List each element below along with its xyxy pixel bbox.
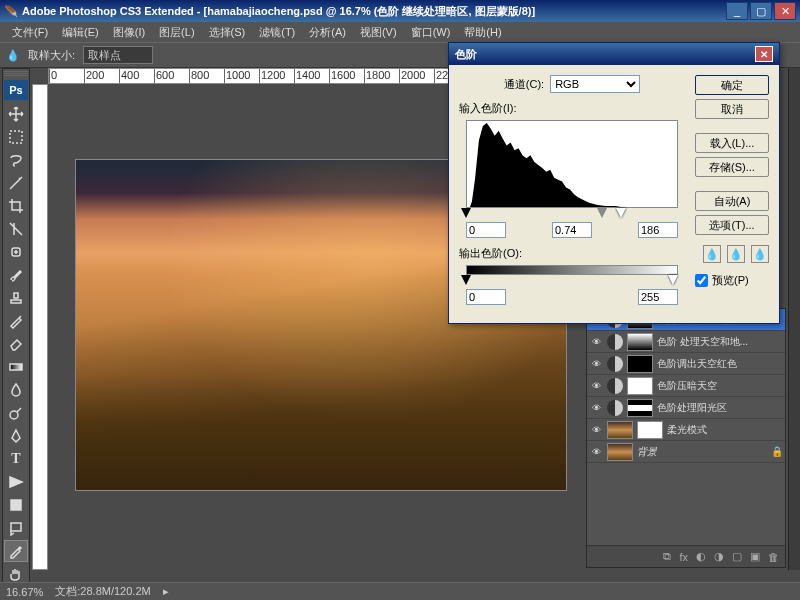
blur-tool[interactable] <box>4 379 28 401</box>
menu-item[interactable]: 窗口(W) <box>405 23 457 42</box>
menu-item[interactable]: 视图(V) <box>354 23 403 42</box>
wand-tool[interactable] <box>4 172 28 194</box>
menu-item[interactable]: 帮助(H) <box>458 23 507 42</box>
midtone-input[interactable] <box>552 222 592 238</box>
auto-button[interactable]: 自动(A) <box>695 191 769 211</box>
toolbox-grip[interactable] <box>4 71 28 77</box>
menu-item[interactable]: 图像(I) <box>107 23 151 42</box>
menu-item[interactable]: 滤镜(T) <box>253 23 301 42</box>
layer-row[interactable]: 👁色阶调出天空红色 <box>587 353 785 375</box>
visibility-icon[interactable]: 👁 <box>589 423 603 437</box>
close-button[interactable]: ✕ <box>774 2 796 20</box>
history-brush-tool[interactable] <box>4 310 28 332</box>
layer-name: 柔光模式 <box>667 423 707 437</box>
type-tool[interactable]: T <box>4 448 28 470</box>
visibility-icon[interactable]: 👁 <box>589 335 603 349</box>
out-shadow-slider[interactable] <box>461 275 471 285</box>
load-button[interactable]: 载入(L)... <box>695 133 769 153</box>
menu-item[interactable]: 编辑(E) <box>56 23 105 42</box>
menu-item[interactable]: 文件(F) <box>6 23 54 42</box>
eyedropper-tool[interactable] <box>4 540 28 562</box>
options-button[interactable]: 选项(T)... <box>695 215 769 235</box>
visibility-icon[interactable]: 👁 <box>589 401 603 415</box>
eraser-tool[interactable] <box>4 333 28 355</box>
slice-tool[interactable] <box>4 218 28 240</box>
menu-item[interactable]: 图层(L) <box>153 23 200 42</box>
out-high-input[interactable] <box>638 289 678 305</box>
app-icon: 🪶 <box>4 5 18 18</box>
levels-dialog: 色阶 ✕ 通道(C): RGB 输入色阶(I): <box>448 42 780 324</box>
layer-row[interactable]: 👁色阶 处理天空和地... <box>587 331 785 353</box>
gradient-tool[interactable] <box>4 356 28 378</box>
gray-eyedropper[interactable]: 💧 <box>727 245 745 263</box>
layer-style-icon[interactable]: fx <box>679 551 688 563</box>
midtone-slider[interactable] <box>597 208 607 218</box>
highlight-slider[interactable] <box>616 208 626 218</box>
save-button[interactable]: 存储(S)... <box>695 157 769 177</box>
menu-item[interactable]: 分析(A) <box>303 23 352 42</box>
visibility-icon[interactable]: 👁 <box>589 379 603 393</box>
dodge-tool[interactable] <box>4 402 28 424</box>
histogram <box>466 120 678 208</box>
path-tool[interactable] <box>4 471 28 493</box>
link-layers-icon[interactable]: ⧉ <box>663 550 671 563</box>
black-eyedropper[interactable]: 💧 <box>703 245 721 263</box>
move-tool[interactable] <box>4 103 28 125</box>
titlebar: 🪶 Adobe Photoshop CS3 Extended - [hamaba… <box>0 0 800 22</box>
doc-size-display: 文档:28.8M/120.2M <box>55 584 150 599</box>
layer-row[interactable]: 👁柔光模式 <box>587 419 785 441</box>
adjustment-icon <box>607 378 623 394</box>
input-slider[interactable] <box>466 208 678 220</box>
statusbar-arrow-icon[interactable]: ▸ <box>163 585 169 598</box>
mask-thumb[interactable] <box>637 421 663 439</box>
group-icon[interactable]: ▢ <box>732 550 742 563</box>
notes-tool[interactable] <box>4 517 28 539</box>
out-highlight-slider[interactable] <box>668 275 678 285</box>
mask-thumb[interactable] <box>627 333 653 351</box>
stamp-tool[interactable] <box>4 287 28 309</box>
crop-tool[interactable] <box>4 195 28 217</box>
white-eyedropper[interactable]: 💧 <box>751 245 769 263</box>
output-slider[interactable] <box>466 275 678 287</box>
svg-rect-4 <box>11 500 21 510</box>
dialog-close-button[interactable]: ✕ <box>755 46 773 62</box>
adjustment-layer-icon[interactable]: ◑ <box>714 550 724 563</box>
layer-row[interactable]: 👁色阶压暗天空 <box>587 375 785 397</box>
layer-row[interactable]: 👁背景🔒 <box>587 441 785 463</box>
sample-size-dropdown[interactable]: 取样点 <box>83 46 153 64</box>
panels-dock[interactable] <box>788 68 800 570</box>
healing-tool[interactable] <box>4 241 28 263</box>
layer-row[interactable]: 👁色阶处理阳光区 <box>587 397 785 419</box>
mask-thumb[interactable] <box>627 399 653 417</box>
svg-rect-5 <box>11 523 21 531</box>
input-levels-label: 输入色阶(I): <box>459 101 685 116</box>
highlight-input[interactable] <box>638 222 678 238</box>
mask-thumb[interactable] <box>627 377 653 395</box>
maximize-button[interactable]: ▢ <box>750 2 772 20</box>
shape-tool[interactable] <box>4 494 28 516</box>
channel-select[interactable]: RGB <box>550 75 640 93</box>
pen-tool[interactable] <box>4 425 28 447</box>
svg-rect-2 <box>10 364 22 370</box>
lasso-tool[interactable] <box>4 149 28 171</box>
shadow-input[interactable] <box>466 222 506 238</box>
shadow-slider[interactable] <box>461 208 471 218</box>
minimize-button[interactable]: _ <box>726 2 748 20</box>
preview-checkbox[interactable] <box>695 274 708 287</box>
zoom-display[interactable]: 16.67% <box>6 586 43 598</box>
visibility-icon[interactable]: 👁 <box>589 445 603 459</box>
out-low-input[interactable] <box>466 289 506 305</box>
marquee-tool[interactable] <box>4 126 28 148</box>
brush-tool[interactable] <box>4 264 28 286</box>
output-gradient <box>466 265 678 275</box>
menu-item[interactable]: 选择(S) <box>203 23 252 42</box>
mask-thumb[interactable] <box>627 355 653 373</box>
delete-layer-icon[interactable]: 🗑 <box>768 551 779 563</box>
ok-button[interactable]: 确定 <box>695 75 769 95</box>
adjustment-icon <box>607 334 623 350</box>
dialog-titlebar[interactable]: 色阶 ✕ <box>449 43 779 65</box>
visibility-icon[interactable]: 👁 <box>589 357 603 371</box>
cancel-button[interactable]: 取消 <box>695 99 769 119</box>
layer-mask-icon[interactable]: ◐ <box>696 550 706 563</box>
new-layer-icon[interactable]: ▣ <box>750 550 760 563</box>
